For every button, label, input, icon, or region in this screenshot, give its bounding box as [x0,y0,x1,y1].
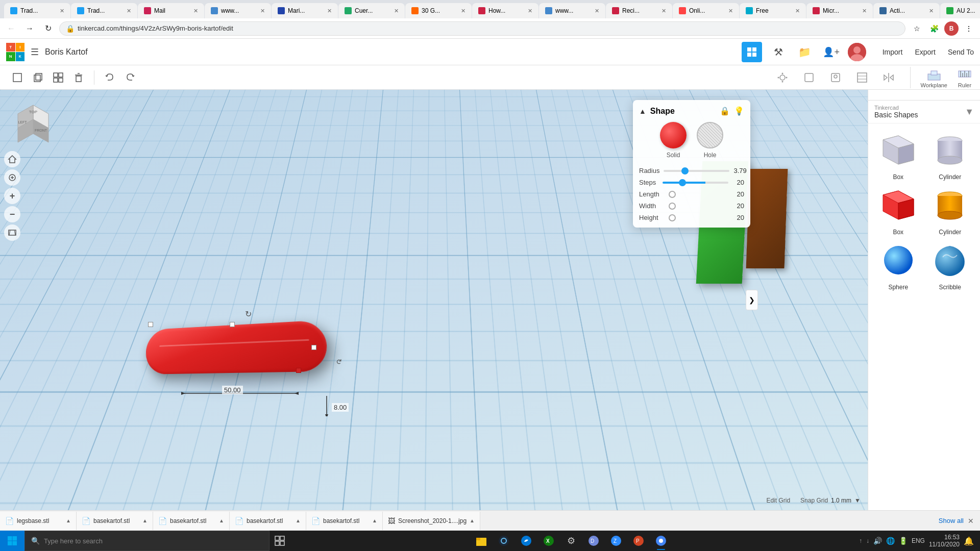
taskbar-zoom[interactable]: Z [606,531,626,551]
camera-tool[interactable] [826,68,845,87]
copy-tool[interactable] [29,68,47,87]
tab-close-8[interactable]: ✕ [528,8,532,14]
zoom-fit-button[interactable] [4,169,20,186]
grid-tool[interactable] [853,68,871,87]
tab-close-10[interactable]: ✕ [662,8,666,14]
radius-slider[interactable] [664,170,729,172]
panel-collapse-button[interactable]: ▲ [639,107,646,115]
portfolio-button[interactable]: 📁 [795,42,815,62]
shape-item-sphere-blue[interactable]: Sphere [874,240,922,291]
grid-view-button[interactable] [742,42,762,62]
panel-lock-icon[interactable]: 🔒 [720,106,730,116]
start-button[interactable] [0,531,24,551]
zoom-out-button[interactable]: − [4,206,20,222]
shape-item-cylinder-orange[interactable]: Cylinder [926,185,974,236]
tab-close-2[interactable]: ✕ [127,8,131,14]
light-tool[interactable] [773,68,792,87]
language-indicator[interactable]: ENG [912,537,925,544]
steps-slider[interactable] [663,182,728,184]
hamburger-menu[interactable]: ☰ [31,46,39,58]
home-view-button[interactable] [4,151,20,167]
forward-button[interactable]: → [22,21,37,36]
taskbar-browser[interactable] [651,531,671,551]
tab-close-6[interactable]: ✕ [394,8,399,14]
taskbar-search-bar[interactable]: 🔍 Type here to search [24,531,270,551]
height-dot[interactable] [669,214,676,221]
show-all-button[interactable]: Show all [939,517,964,524]
tab-11[interactable]: Onli... ✕ [673,3,739,18]
task-view-button[interactable] [270,531,290,551]
shape-item-box-red[interactable]: Box [874,185,922,236]
workplane-button[interactable]: Workplane [921,67,947,88]
tab-close-1[interactable]: ✕ [60,8,64,14]
rotation-handle-top[interactable]: ↻ [245,309,252,319]
tab-close-4[interactable]: ✕ [260,8,265,14]
solid-option[interactable]: Solid [660,122,687,159]
bookmark-icon[interactable]: ☆ [910,21,924,36]
ruler-button[interactable]: Ruler [958,67,972,88]
file-tab-arrow-1[interactable]: ▲ [66,518,71,523]
url-bar[interactable]: 🔒 tinkercad.com/things/4V2zArSWy9m-boris… [59,21,905,36]
tab-4[interactable]: www... ✕ [205,3,271,18]
add-user-button[interactable]: 👤+ [821,42,842,62]
delete-tool[interactable] [69,68,88,87]
file-tab-arrow-2[interactable]: ▲ [142,518,148,523]
file-tab-4[interactable]: 📄 basekartof.stl ▲ [230,512,306,530]
speaker-icon[interactable]: 🔊 [873,537,882,545]
tab-close-5[interactable]: ✕ [327,8,332,14]
back-button[interactable]: ← [4,21,18,36]
tab-14[interactable]: Acti... ✕ [873,3,940,18]
tab-2[interactable]: Trad... ✕ [71,3,137,18]
import-button[interactable]: Import [883,48,903,56]
panel-light-icon[interactable]: 💡 [734,106,744,116]
tab-1[interactable]: Trad... ✕ [4,3,70,18]
tinkercad-logo[interactable]: T I N K [6,43,24,61]
snap-grid-label[interactable]: Snap Grid [800,497,828,504]
width-dot[interactable] [669,203,676,210]
taskbar-file-explorer[interactable] [471,531,492,551]
handle-tl[interactable] [148,322,153,327]
handle-mr[interactable] [311,345,316,350]
profile-icon[interactable]: B [944,21,959,36]
notifications-icon[interactable]: 🔔 [964,536,974,546]
rotation-handle-right[interactable]: ↻ [335,359,343,365]
snap-grid-dropdown[interactable]: ▼ [854,497,861,504]
knife-body[interactable] [144,320,328,374]
tab-7[interactable]: 30 G... ✕ [405,3,472,18]
zoom-in-button[interactable]: + [4,188,20,204]
file-tab-5[interactable]: 📄 basekartof.stl ▲ [306,512,383,530]
redo-tool[interactable] [121,68,139,87]
taskbar-xbox[interactable]: X [538,531,559,551]
tab-5[interactable]: Mari... ✕ [272,3,338,18]
tab-12[interactable]: Free ✕ [740,3,806,18]
taskbar-edge[interactable] [516,531,536,551]
user-avatar[interactable] [848,43,866,61]
tab-close-7[interactable]: ✕ [461,8,465,14]
tab-6[interactable]: Cuer... ✕ [338,3,405,18]
undo-tool[interactable] [101,68,119,87]
network-icon[interactable]: 🌐 [886,537,895,545]
tab-15[interactable]: AU 2... ✕ [940,3,980,18]
shape-item-scribble[interactable]: Scribble [926,240,974,291]
export-button[interactable]: Export [915,48,935,56]
tab-10[interactable]: Reci... ✕ [606,3,672,18]
file-tab-6[interactable]: 🖼 Screenshot_2020-1....jpg ▲ [383,512,480,530]
mirror-tool[interactable] [879,68,898,87]
taskbar-steam[interactable] [494,531,514,551]
handle-br[interactable] [296,368,301,373]
canvas-area[interactable]: TOP LEFT FRONT + − [0,90,868,510]
tab-close-14[interactable]: ✕ [929,8,934,14]
tools-icon-button[interactable]: ⚒ [768,42,789,62]
file-tab-arrow-5[interactable]: ▲ [372,518,377,523]
shape-item-cylinder-gray[interactable]: Cylinder [926,130,974,181]
select-tool[interactable] [8,68,27,87]
file-tab-3[interactable]: 📄 basekartof.stl ▲ [153,512,230,530]
file-tab-arrow-3[interactable]: ▲ [219,518,224,523]
tab-close-11[interactable]: ✕ [728,8,733,14]
camera-perspective-button[interactable] [4,224,20,241]
file-tab-arrow-4[interactable]: ▲ [296,518,301,523]
canvas-nav-arrow[interactable]: ❯ [746,290,758,310]
tab-close-13[interactable]: ✕ [862,8,867,14]
tab-close-12[interactable]: ✕ [795,8,800,14]
length-dot[interactable] [669,191,676,198]
